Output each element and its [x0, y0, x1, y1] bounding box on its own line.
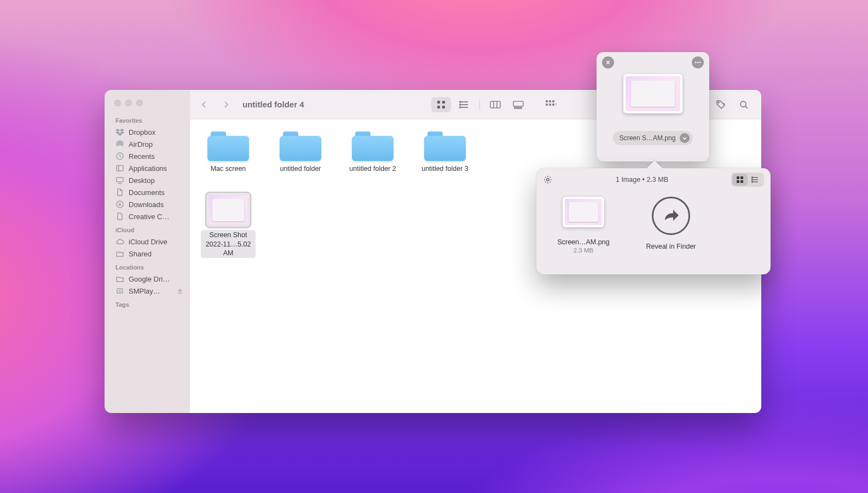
document-icon: [115, 188, 124, 197]
item-label-line: 2022-11…5.02 AM: [206, 240, 251, 257]
sidebar-item-icloud-drive[interactable]: iCloud Drive: [105, 236, 190, 248]
close-window-button[interactable]: [114, 100, 121, 106]
group-by-button[interactable]: [541, 97, 561, 112]
sidebar-item-label: Google Dri…: [129, 275, 170, 283]
svg-rect-32: [740, 176, 743, 179]
back-button[interactable]: [198, 98, 211, 111]
folder-icon: [115, 274, 124, 283]
window-title: untitled folder 4: [242, 100, 304, 109]
sidebar-item-label: Applications: [129, 164, 167, 173]
svg-point-37: [752, 181, 753, 182]
svg-point-25: [718, 102, 719, 103]
zoom-window-button[interactable]: [136, 100, 143, 106]
item-label: untitled folder 3: [418, 164, 472, 173]
sidebar-item-desktop[interactable]: Desktop: [105, 174, 190, 186]
sidebar-item-label: AirDrop: [129, 140, 153, 148]
svg-rect-33: [737, 180, 739, 183]
svg-point-26: [740, 101, 746, 107]
window-controls: [105, 95, 190, 113]
gallery-view-button[interactable]: [508, 97, 528, 112]
close-button[interactable]: [602, 56, 614, 68]
sidebar-item-label: Recents: [129, 152, 155, 160]
shelf-filename-pill[interactable]: Screen S…AM.png: [613, 131, 693, 145]
svg-point-36: [752, 179, 753, 180]
svg-rect-23: [549, 104, 551, 106]
column-view-button[interactable]: [485, 97, 505, 112]
reveal-label: Reveal in Finder: [638, 243, 704, 250]
view-switch: [431, 97, 528, 112]
sidebar-item-label: Documents: [129, 188, 165, 197]
sidebar-header-tags: Tags: [105, 297, 190, 310]
folder-item[interactable]: Mac screen: [201, 129, 256, 173]
sidebar-item-downloads[interactable]: Downloads: [105, 198, 190, 210]
shelf-panel[interactable]: Screen S…AM.png: [597, 52, 709, 162]
forward-button[interactable]: [219, 98, 233, 111]
sidebar-item-dropbox[interactable]: Dropbox: [105, 126, 190, 138]
applications-icon: [115, 164, 124, 173]
share-arrow-icon: [652, 197, 690, 235]
sidebar-header-favorites: Favorites: [105, 113, 190, 126]
more-button[interactable]: [692, 56, 704, 68]
sidebar-item-creative[interactable]: Creative C…: [105, 210, 190, 222]
item-label: untitled folder 2: [345, 164, 400, 173]
svg-rect-34: [740, 180, 743, 183]
icon-view-button[interactable]: [431, 97, 451, 112]
list-segment[interactable]: [748, 174, 763, 186]
sidebar-item-airdrop[interactable]: AirDrop: [105, 138, 190, 150]
sidebar: Favorites Dropbox AirDrop Recents Applic…: [105, 90, 190, 413]
reveal-in-finder-button[interactable]: Reveal in Finder: [638, 197, 704, 254]
popover-summary: 1 Image • 2.3 MB: [553, 176, 731, 184]
minimize-window-button[interactable]: [125, 100, 132, 106]
sidebar-item-shared[interactable]: Shared: [105, 248, 190, 260]
svg-rect-2: [117, 165, 123, 171]
shelf-thumbnail[interactable]: [623, 74, 682, 113]
item-label: Mac screen: [201, 164, 256, 173]
tags-button[interactable]: [711, 97, 731, 112]
desktop-icon: [115, 176, 124, 185]
sidebar-header-locations: Locations: [105, 260, 190, 273]
nav-buttons: [198, 98, 233, 111]
popover-file-size: 2.3 MB: [551, 247, 616, 254]
svg-point-13: [460, 107, 461, 108]
view-segmented-control: [731, 173, 764, 187]
sidebar-item-label: Desktop: [129, 176, 155, 185]
eject-icon[interactable]: [177, 288, 183, 294]
svg-point-0: [119, 143, 121, 145]
folder-item[interactable]: untitled folder 2: [345, 129, 400, 173]
svg-point-27: [695, 62, 697, 64]
svg-rect-15: [513, 101, 523, 106]
shared-folder-icon: [115, 249, 124, 258]
search-button[interactable]: [734, 97, 754, 112]
cloud-icon: [115, 237, 124, 246]
popover-file-item[interactable]: Screen…AM.png 2.3 MB: [551, 197, 616, 254]
grid-segment[interactable]: [732, 174, 748, 186]
popover-header: 1 Image • 2.3 MB: [536, 168, 771, 191]
sidebar-item-recents[interactable]: Recents: [105, 150, 190, 162]
svg-rect-22: [546, 104, 548, 106]
sidebar-item-smplayer[interactable]: SMPlay…: [105, 285, 190, 297]
folder-item[interactable]: untitled folder: [273, 129, 328, 173]
svg-rect-14: [490, 101, 500, 108]
folder-icon: [424, 129, 466, 161]
svg-rect-31: [737, 176, 739, 179]
item-label: Screen Shot 2022-11…5.02 AM: [201, 230, 256, 258]
list-view-button[interactable]: [454, 97, 474, 112]
svg-rect-19: [546, 100, 548, 102]
svg-rect-9: [437, 106, 440, 108]
chevron-down-icon[interactable]: [680, 133, 690, 143]
svg-point-11: [460, 101, 461, 102]
dropbox-icon: [115, 128, 124, 136]
svg-point-35: [752, 177, 753, 178]
sidebar-item-applications[interactable]: Applications: [105, 162, 190, 174]
sidebar-item-documents[interactable]: Documents: [105, 186, 190, 198]
svg-rect-21: [552, 100, 554, 102]
sidebar-item-google-drive[interactable]: Google Dri…: [105, 273, 190, 285]
svg-rect-5: [117, 289, 123, 293]
svg-rect-10: [442, 106, 445, 108]
svg-rect-24: [552, 104, 554, 106]
folder-item[interactable]: untitled folder 3: [418, 129, 472, 173]
gear-icon[interactable]: [543, 175, 553, 185]
image-item-selected[interactable]: Screen Shot 2022-11…5.02 AM: [201, 193, 256, 258]
sidebar-item-label: Shared: [129, 250, 152, 258]
sidebar-item-label: SMPlay…: [129, 287, 160, 295]
